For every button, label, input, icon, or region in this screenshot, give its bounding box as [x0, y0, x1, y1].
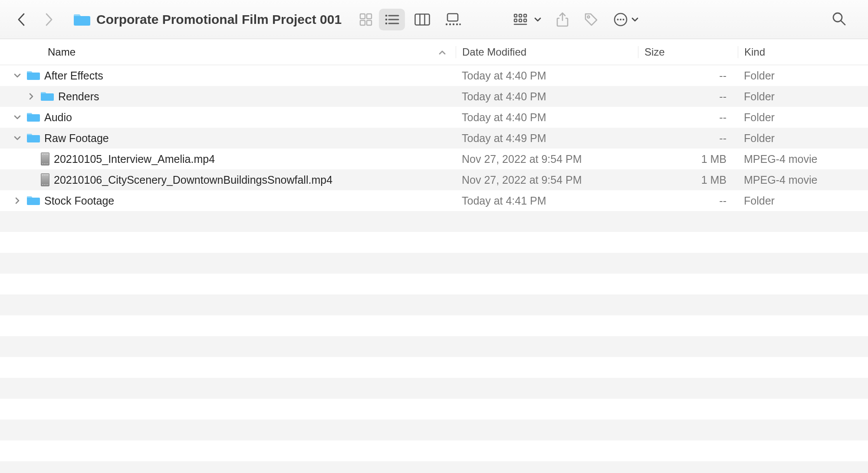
disclosure-triangle-open[interactable]: [12, 112, 23, 122]
folder-icon: [27, 70, 40, 81]
folder-icon: [27, 195, 40, 206]
svg-rect-21: [519, 14, 522, 17]
empty-row: [0, 357, 868, 378]
empty-row: [0, 336, 868, 357]
header-date-modified[interactable]: Date Modified: [456, 46, 638, 58]
file-date: Nov 27, 2022 at 9:54 PM: [456, 174, 638, 186]
empty-row: [0, 274, 868, 294]
column-view-button[interactable]: [409, 9, 435, 30]
share-button[interactable]: [556, 12, 569, 27]
column-headers: Name Date Modified Size Kind: [0, 39, 868, 65]
header-size[interactable]: Size: [638, 46, 738, 58]
file-name: 20210105_Interview_Amelia.mp4: [54, 153, 215, 165]
forward-button[interactable]: [43, 12, 54, 27]
list-view-button[interactable]: [379, 9, 405, 30]
empty-row: [0, 399, 868, 420]
svg-rect-24: [524, 19, 526, 22]
svg-rect-1: [367, 14, 372, 19]
svg-point-17: [456, 23, 458, 25]
header-kind[interactable]: Kind: [738, 46, 868, 58]
empty-row: [0, 378, 868, 399]
folder-title[interactable]: Corporate Promotional Film Project 001: [74, 12, 342, 27]
svg-rect-13: [447, 13, 458, 21]
svg-rect-22: [524, 14, 526, 17]
movie-file-icon: [41, 173, 49, 186]
file-name: After Effects: [44, 69, 103, 82]
svg-rect-19: [514, 14, 517, 17]
tags-button[interactable]: [584, 12, 598, 27]
chevron-down-icon: [534, 17, 541, 22]
disclosure-triangle-closed[interactable]: [12, 195, 23, 206]
disclosure-triangle-closed[interactable]: [26, 91, 36, 102]
svg-point-16: [453, 23, 454, 25]
file-kind: Folder: [738, 111, 868, 124]
movie-file-icon: [41, 152, 49, 165]
file-date: Today at 4:40 PM: [456, 69, 638, 82]
file-kind: MPEG-4 movie: [738, 174, 868, 186]
sort-ascending-icon: [438, 46, 446, 58]
empty-row: [0, 440, 868, 461]
view-mode-group: [353, 9, 466, 30]
file-size: --: [638, 90, 738, 103]
svg-point-15: [449, 23, 451, 25]
file-kind: Folder: [738, 195, 868, 207]
svg-line-33: [841, 21, 845, 25]
svg-point-8: [385, 22, 388, 24]
file-size: --: [638, 195, 738, 207]
file-row[interactable]: Raw FootageToday at 4:49 PM--Folder: [0, 128, 868, 149]
file-size: 1 MB: [638, 174, 738, 186]
svg-point-32: [833, 13, 842, 22]
file-name: 20210106_CityScenery_DowntownBuildingsSn…: [54, 174, 332, 186]
file-name: Audio: [44, 111, 72, 124]
svg-rect-20: [514, 19, 517, 22]
file-row[interactable]: 20210105_Interview_Amelia.mp4Nov 27, 202…: [0, 149, 868, 169]
file-size: --: [638, 69, 738, 82]
file-kind: Folder: [738, 90, 868, 103]
toolbar: Corporate Promotional Film Project 001: [0, 0, 868, 39]
empty-row: [0, 294, 868, 315]
empty-row: [0, 315, 868, 336]
file-row[interactable]: RendersToday at 4:40 PM--Folder: [0, 86, 868, 107]
svg-point-14: [446, 23, 447, 25]
svg-point-27: [588, 16, 590, 18]
svg-rect-0: [360, 14, 365, 19]
back-button[interactable]: [16, 12, 27, 27]
empty-row: [0, 232, 868, 253]
file-kind: MPEG-4 movie: [738, 153, 868, 165]
gallery-view-button[interactable]: [440, 9, 466, 30]
group-button[interactable]: [513, 13, 541, 26]
empty-row: [0, 420, 868, 440]
file-kind: Folder: [738, 132, 868, 145]
file-row[interactable]: 20210106_CityScenery_DowntownBuildingsSn…: [0, 169, 868, 190]
file-date: Today at 4:41 PM: [456, 195, 638, 207]
disclosure-triangle-open[interactable]: [12, 133, 23, 143]
svg-rect-2: [360, 20, 365, 25]
search-button[interactable]: [832, 11, 846, 28]
svg-point-30: [620, 19, 621, 20]
file-row[interactable]: AudioToday at 4:40 PM--Folder: [0, 107, 868, 128]
toolbar-actions: [513, 12, 638, 27]
file-date: Today at 4:40 PM: [456, 90, 638, 103]
empty-row: [0, 211, 868, 232]
folder-title-text: Corporate Promotional Film Project 001: [96, 12, 342, 27]
file-name: Renders: [58, 90, 99, 103]
file-list: After EffectsToday at 4:40 PM--FolderRen…: [0, 65, 868, 473]
chevron-down-icon: [631, 17, 638, 22]
nav-buttons: [13, 12, 57, 27]
file-date: Nov 27, 2022 at 9:54 PM: [456, 153, 638, 165]
file-name: Raw Footage: [44, 132, 109, 145]
folder-icon: [27, 112, 40, 122]
disclosure-triangle-open[interactable]: [12, 70, 23, 81]
empty-row: [0, 253, 868, 274]
svg-point-18: [459, 23, 461, 25]
file-size: 1 MB: [638, 153, 738, 165]
header-name[interactable]: Name: [0, 46, 456, 58]
file-date: Today at 4:49 PM: [456, 132, 638, 145]
file-row[interactable]: After EffectsToday at 4:40 PM--Folder: [0, 65, 868, 86]
file-row[interactable]: Stock FootageToday at 4:41 PM--Folder: [0, 190, 868, 211]
svg-point-4: [385, 14, 388, 17]
folder-icon: [74, 13, 90, 26]
more-button[interactable]: [613, 12, 638, 27]
file-size: --: [638, 111, 738, 124]
icon-view-button[interactable]: [353, 9, 379, 30]
